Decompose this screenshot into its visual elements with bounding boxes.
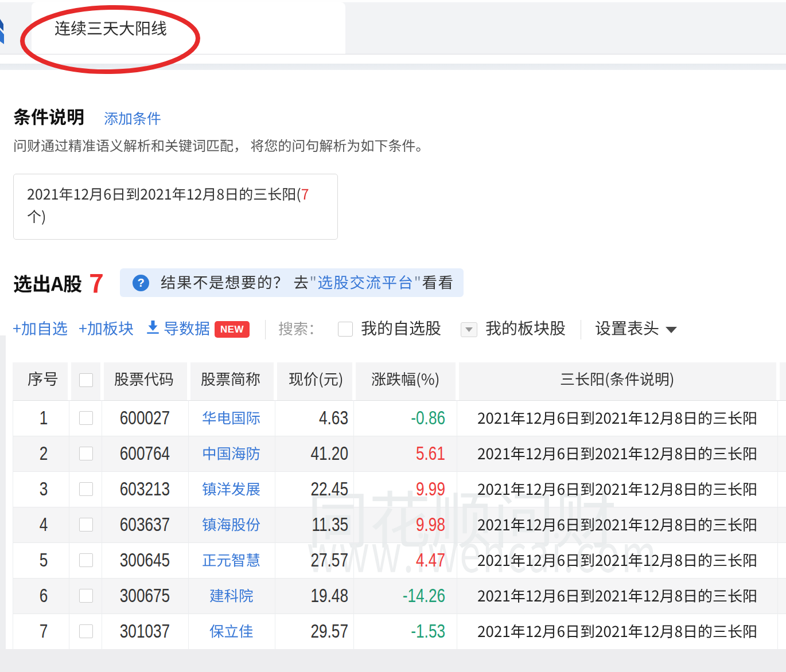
svg-text:?: ? <box>137 276 144 289</box>
